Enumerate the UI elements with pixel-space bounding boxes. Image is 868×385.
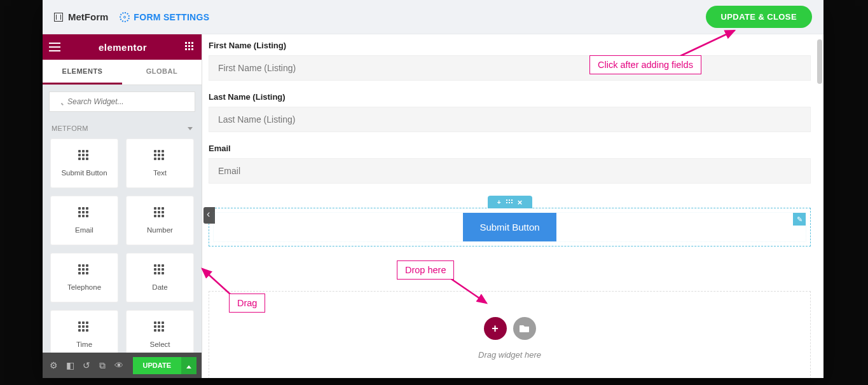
widget-time[interactable]: Time xyxy=(50,310,118,353)
delete-section-icon[interactable] xyxy=(518,198,523,207)
widget-telephone[interactable]: Telephone xyxy=(50,253,118,302)
grip-icon xyxy=(78,264,91,277)
tab-elements[interactable]: ELEMENTS xyxy=(43,60,122,84)
form-preview-canvas[interactable]: First Name (Listing) Last Name (Listing)… xyxy=(202,34,823,378)
add-section-button[interactable]: + xyxy=(484,317,507,340)
field-label: Email xyxy=(209,144,811,153)
grip-icon xyxy=(78,207,91,220)
field-first-name[interactable]: First Name (Listing) xyxy=(209,41,811,81)
form-settings-button[interactable]: FORM SETTINGS xyxy=(120,12,209,22)
category-metform[interactable]: METFORM xyxy=(43,118,202,138)
search-input[interactable] xyxy=(49,91,195,112)
grip-icon xyxy=(154,207,167,220)
metform-brand-label: MetForm xyxy=(68,11,108,22)
grip-icon xyxy=(154,321,167,334)
scrollbar-thumb[interactable] xyxy=(817,39,822,84)
sidebar-tabs: ELEMENTS GLOBAL xyxy=(43,60,202,85)
update-button[interactable]: UPDATE xyxy=(133,357,181,374)
metform-brand: MetForm xyxy=(54,11,108,22)
grip-icon xyxy=(78,150,91,163)
section-controls[interactable] xyxy=(488,196,532,208)
tab-global[interactable]: GLOBAL xyxy=(122,60,202,84)
widget-submit-button[interactable]: Submit Button xyxy=(50,138,118,188)
widget-email[interactable]: Email xyxy=(50,196,118,245)
widget-text[interactable]: Text xyxy=(126,138,194,188)
field-label: First Name (Listing) xyxy=(209,41,811,50)
field-label: Last Name (Listing) xyxy=(209,92,811,102)
submit-section[interactable]: Submit Button xyxy=(209,208,811,247)
elementor-sidebar: elementor ELEMENTS GLOBAL METFORM Submit… xyxy=(43,34,202,378)
annotation-drag: Drag xyxy=(229,294,265,313)
dropzone[interactable]: + Drag widget here xyxy=(209,291,811,378)
form-settings-label: FORM SETTINGS xyxy=(134,12,209,22)
annotation-drop-here: Drop here xyxy=(397,260,454,280)
field-input[interactable] xyxy=(209,55,811,81)
responsive-icon[interactable]: ⧉ xyxy=(97,359,109,372)
history-icon[interactable]: ↺ xyxy=(80,359,93,372)
sidebar-header: elementor xyxy=(43,34,202,60)
category-label: METFORM xyxy=(52,125,88,132)
widget-number[interactable]: Number xyxy=(126,196,194,245)
widgets-grid: Submit Button Text Email Number Telephon… xyxy=(43,138,202,353)
grip-icon xyxy=(154,264,167,277)
update-button-group: UPDATE xyxy=(133,357,196,374)
dropzone-text: Drag widget here xyxy=(235,350,785,360)
add-section-icon[interactable] xyxy=(497,199,501,206)
gear-icon xyxy=(120,12,130,22)
field-email[interactable]: Email xyxy=(209,144,811,184)
hamburger-icon[interactable] xyxy=(49,43,60,51)
navigator-icon[interactable]: ◧ xyxy=(64,359,77,372)
elementor-e-icon xyxy=(54,13,63,22)
sidebar-footer: ⚙ ◧ ↺ ⧉ 👁 UPDATE xyxy=(43,353,202,378)
chevron-down-icon xyxy=(188,127,193,130)
edit-widget-icon[interactable] xyxy=(793,213,806,226)
template-library-button[interactable] xyxy=(513,317,536,340)
grip-icon xyxy=(78,321,91,334)
elementor-logo: elementor xyxy=(99,42,147,53)
preview-icon[interactable]: 👁 xyxy=(113,359,125,372)
update-options-button[interactable] xyxy=(181,357,196,374)
widget-date[interactable]: Date xyxy=(126,253,194,302)
settings-icon[interactable]: ⚙ xyxy=(48,359,60,372)
edit-section-icon[interactable] xyxy=(506,199,513,205)
grip-icon xyxy=(154,150,167,163)
update-close-button[interactable]: UPDATE & CLOSE xyxy=(706,6,812,28)
modal-topbar: MetForm FORM SETTINGS UPDATE & CLOSE xyxy=(43,0,823,34)
apps-grid-icon[interactable] xyxy=(185,42,195,52)
submit-button-widget[interactable]: Submit Button xyxy=(463,213,556,241)
search-icon xyxy=(49,91,195,112)
field-input[interactable] xyxy=(209,158,811,184)
folder-icon xyxy=(520,324,530,333)
field-input[interactable] xyxy=(209,107,811,132)
annotation-click-after: Click after adding fields xyxy=(589,55,701,74)
scrollbar[interactable] xyxy=(817,39,822,373)
widget-select[interactable]: Select xyxy=(126,310,194,353)
field-last-name[interactable]: Last Name (Listing) xyxy=(209,92,811,132)
